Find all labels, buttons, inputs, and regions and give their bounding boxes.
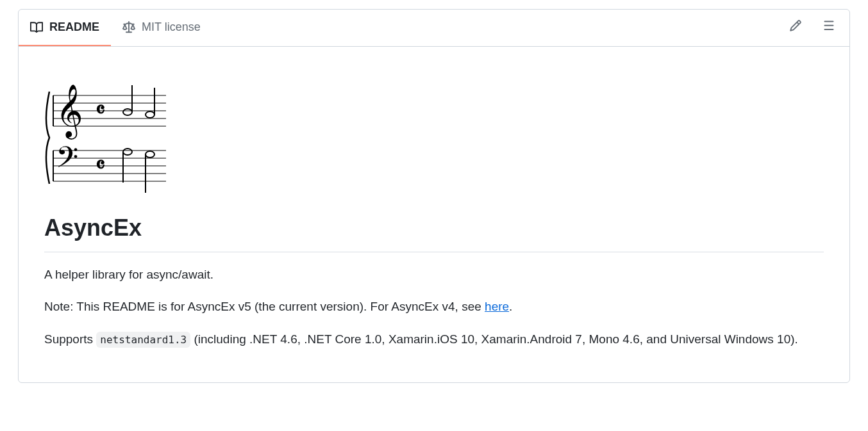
list-icon [822,19,835,32]
edit-button[interactable] [785,15,806,40]
readme-supports: Supports netstandard1.3 (including .NET … [44,330,824,349]
pencil-icon [789,19,802,32]
note-suffix-text: . [509,300,512,313]
svg-point-22 [146,151,154,158]
tab-header: README MIT license [19,10,849,47]
svg-point-18 [146,111,154,118]
tab-readme[interactable]: README [19,10,111,46]
outline-button[interactable] [819,15,839,40]
tab-license[interactable]: MIT license [111,10,212,46]
svg-text:𝄴: 𝄴 [96,153,105,177]
readme-note: Note: This README is for AsyncEx v5 (the… [44,297,824,316]
svg-text:𝄴: 𝄴 [96,98,105,122]
readme-description: A helper library for async/await. [44,265,824,284]
note-prefix-text: Note: This README is for AsyncEx v5 (the… [44,300,485,313]
readme-container: README MIT license [18,9,850,383]
supports-suffix-text: (including .NET 4.6, .NET Core 1.0, Xama… [190,332,798,346]
here-link[interactable]: here [485,300,509,313]
supports-prefix-text: Supports [44,332,96,346]
action-icons [785,15,839,40]
readme-content: 𝄞 𝄢 𝄴 𝄴 AsyncEx A helper library [19,47,849,382]
tab-readme-label: README [49,19,99,36]
law-icon [122,21,135,34]
readme-title: AsyncEx [44,211,824,252]
music-notation-icon: 𝄞 𝄢 𝄴 𝄴 [44,67,172,195]
svg-point-16 [123,109,132,115]
book-icon [30,21,43,34]
tabs-list: README MIT license [19,10,212,46]
svg-text:𝄢: 𝄢 [56,142,78,181]
netstandard-code: netstandard1.3 [96,332,190,348]
svg-text:𝄞: 𝄞 [56,85,83,140]
logo-image: 𝄞 𝄢 𝄴 𝄴 [44,67,824,195]
tab-license-label: MIT license [142,19,201,36]
svg-point-20 [123,149,132,155]
